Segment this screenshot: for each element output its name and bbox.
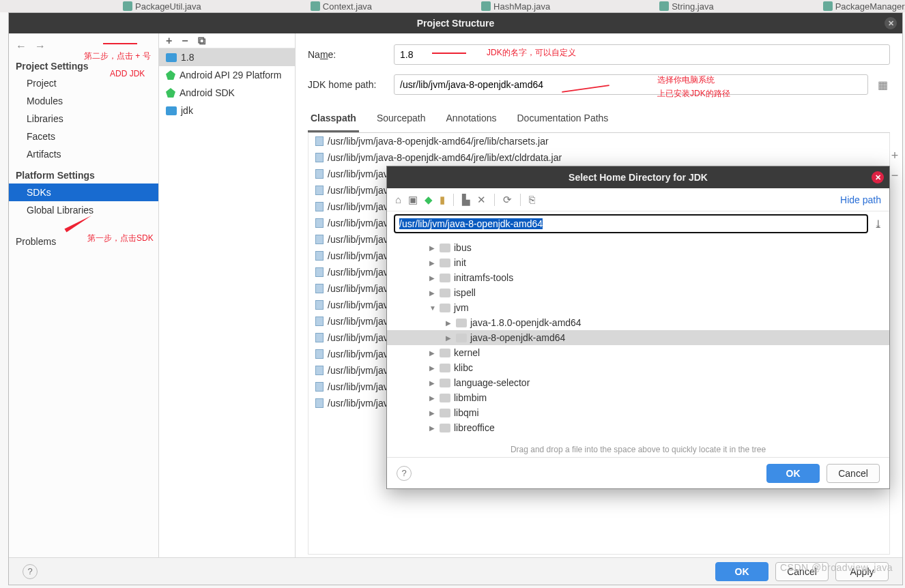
- jar-icon: [315, 349, 324, 359]
- folder-icon: [440, 274, 450, 282]
- folder-icon: [440, 409, 450, 417]
- expand-icon[interactable]: ▶: [429, 244, 436, 252]
- classpath-remove-button[interactable]: −: [891, 166, 899, 186]
- browse-jdk-home-icon[interactable]: ▦: [875, 78, 890, 91]
- tab-classpath[interactable]: Classpath: [308, 107, 359, 132]
- jdk-home-input[interactable]: [394, 74, 868, 95]
- tree-label: libreoffice: [454, 422, 495, 433]
- window-title-bar: Project Structure ✕: [9, 13, 902, 33]
- jar-icon: [315, 136, 324, 146]
- nav-item-facets[interactable]: Facets: [9, 128, 158, 145]
- sdk-item[interactable]: jdk: [159, 102, 295, 119]
- settings-nav: ← → 第二步，点击 + 号 Project Settings ADD JDK …: [9, 33, 159, 557]
- dialog-title-bar: Select Home Directory for JDK ✕: [387, 166, 889, 188]
- expand-icon[interactable]: ▶: [429, 394, 436, 402]
- sdk-item[interactable]: Android API 29 Platform: [159, 66, 295, 84]
- nav-item-libraries[interactable]: Libraries: [9, 110, 158, 128]
- jar-icon: [315, 382, 324, 392]
- java-file-icon: [659, 1, 669, 11]
- sdk-item[interactable]: 1.8: [159, 48, 295, 66]
- classpath-entry[interactable]: /usr/lib/jvm/java-8-openjdk-amd64/jre/li…: [308, 133, 889, 149]
- folder-icon: [166, 53, 177, 62]
- tree-node[interactable]: ▶klibc: [387, 360, 889, 375]
- remove-sdk-button[interactable]: −: [182, 35, 188, 47]
- tab-documentation-paths[interactable]: Documentation Paths: [514, 107, 611, 132]
- expand-icon[interactable]: ▼: [429, 304, 436, 312]
- tree-node[interactable]: ▼jvm: [387, 300, 889, 315]
- expand-icon[interactable]: ▶: [429, 259, 436, 267]
- close-icon[interactable]: ✕: [872, 171, 884, 183]
- tab-annotations[interactable]: Annotations: [444, 107, 500, 132]
- nav-forward-icon[interactable]: →: [35, 40, 46, 53]
- nav-item-artifacts[interactable]: Artifacts: [9, 145, 158, 163]
- ok-button[interactable]: OK: [715, 562, 768, 581]
- nav-item-modules[interactable]: Modules: [9, 92, 158, 110]
- help-icon[interactable]: ?: [23, 564, 38, 579]
- directory-tree[interactable]: ▶ibus▶init▶initramfs-tools▶ispell▼jvm▶ja…: [387, 236, 889, 439]
- expand-icon[interactable]: ▶: [446, 319, 452, 327]
- sdk-item[interactable]: Android SDK: [159, 84, 295, 102]
- tree-label: java-1.8.0-openjdk-amd64: [470, 317, 581, 328]
- expand-icon[interactable]: ▶: [429, 274, 436, 282]
- tree-node[interactable]: ▶ispell: [387, 285, 889, 300]
- path-input[interactable]: [394, 214, 868, 233]
- add-sdk-button[interactable]: +: [166, 35, 172, 47]
- expand-icon[interactable]: ▶: [429, 424, 436, 432]
- name-input[interactable]: [394, 44, 890, 65]
- nav-item-sdks[interactable]: SDKs: [9, 183, 158, 201]
- annotation-step1: 第一步，点击SDK: [87, 233, 154, 244]
- expand-icon[interactable]: ▶: [446, 334, 452, 342]
- folder-icon: [440, 244, 450, 252]
- sdk-tabs: ClasspathSourcepathAnnotationsDocumentat…: [308, 107, 890, 133]
- java-file-icon: [823, 1, 833, 11]
- classpath-add-button[interactable]: +: [891, 146, 899, 166]
- editor-tab[interactable]: HashMap.java: [481, 0, 550, 12]
- tree-label: init: [454, 257, 466, 268]
- folder-icon: [440, 364, 450, 372]
- tree-node[interactable]: ▶kernel: [387, 345, 889, 360]
- tree-node[interactable]: ▶init: [387, 255, 889, 270]
- project-icon[interactable]: ◆: [425, 194, 433, 206]
- tree-node[interactable]: ▶libreoffice: [387, 420, 889, 435]
- nav-item-global-libraries[interactable]: Global Libraries: [9, 201, 158, 219]
- home-icon[interactable]: ⌂: [395, 194, 401, 205]
- cancel-button[interactable]: Cancel: [827, 464, 880, 483]
- nav-items-1: ProjectModulesLibrariesFacetsArtifacts: [9, 74, 158, 163]
- editor-tab[interactable]: Context.java: [311, 0, 372, 12]
- refresh-icon[interactable]: ⟳: [503, 194, 512, 206]
- editor-tab[interactable]: String.java: [659, 0, 713, 12]
- module-icon[interactable]: ▮: [440, 194, 445, 206]
- tree-node[interactable]: ▶java-1.8.0-openjdk-amd64: [387, 315, 889, 330]
- expand-icon[interactable]: ▶: [429, 364, 436, 372]
- tree-node[interactable]: ▶java-8-openjdk-amd64: [387, 330, 889, 345]
- expand-icon[interactable]: ▶: [429, 349, 436, 357]
- help-icon[interactable]: ?: [397, 466, 412, 481]
- editor-tab[interactable]: PackageManager.j: [823, 0, 905, 12]
- expand-icon[interactable]: ▶: [429, 409, 436, 417]
- desktop-icon[interactable]: ▣: [408, 194, 418, 206]
- delete-icon[interactable]: ✕: [477, 194, 486, 206]
- tree-label: jvm: [454, 302, 469, 313]
- tree-node[interactable]: ▶language-selector: [387, 375, 889, 390]
- expand-icon[interactable]: ▶: [429, 289, 436, 297]
- editor-tab[interactable]: PackageUtil.java: [123, 0, 201, 12]
- tree-node[interactable]: ▶libmbim: [387, 390, 889, 405]
- expand-icon[interactable]: ▶: [429, 379, 436, 387]
- tree-node[interactable]: ▶ibus: [387, 240, 889, 255]
- nav-back-icon[interactable]: ←: [16, 40, 27, 53]
- ok-button[interactable]: OK: [766, 464, 820, 483]
- new-folder-icon[interactable]: ▙: [462, 194, 470, 206]
- separator: [453, 194, 454, 206]
- hide-path-link[interactable]: Hide path: [840, 194, 881, 205]
- show-hidden-icon[interactable]: ⎘: [529, 194, 535, 205]
- copy-sdk-button[interactable]: ⧉: [198, 35, 205, 47]
- tree-node[interactable]: ▶libqmi: [387, 405, 889, 420]
- editor-tabs: PackageUtil.javaContext.javaHashMap.java…: [0, 0, 905, 12]
- classpath-entry[interactable]: /usr/lib/jvm/java-8-openjdk-amd64/jre/li…: [308, 149, 889, 166]
- close-icon[interactable]: ✕: [885, 17, 897, 29]
- download-icon[interactable]: ⤓: [874, 218, 882, 231]
- jar-icon: [315, 317, 324, 326]
- tree-node[interactable]: ▶initramfs-tools: [387, 270, 889, 285]
- tab-sourcepath[interactable]: Sourcepath: [374, 107, 429, 132]
- java-file-icon: [311, 1, 320, 11]
